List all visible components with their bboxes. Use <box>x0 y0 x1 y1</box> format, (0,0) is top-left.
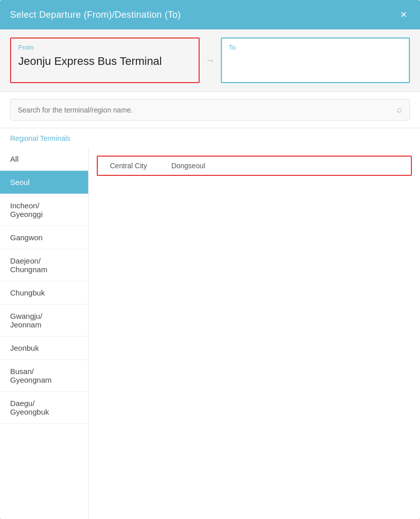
regional-terminals-label: Regional Terminals <box>10 134 410 142</box>
region-item-seoul[interactable]: Seoul <box>0 171 88 194</box>
modal-title: Select Departure (From)/Destination (To) <box>10 10 181 20</box>
search-box: ⌕ <box>10 99 410 121</box>
from-box[interactable]: From Jeonju Express Bus Terminal <box>10 38 200 83</box>
arrow-icon: → <box>206 55 215 66</box>
region-item-jeonbuk[interactable]: Jeonbuk <box>0 337 88 360</box>
search-input[interactable] <box>18 106 397 114</box>
region-item-daejeon-chungnam[interactable]: Daejeon/Chungnam <box>0 249 88 281</box>
to-label: To <box>229 44 402 51</box>
region-item-all[interactable]: All <box>0 147 88 171</box>
region-list: All Seoul Incheon/Gyeonggi Gangwon Daeje… <box>0 147 89 519</box>
from-label: From <box>18 44 192 51</box>
terminal-item-dongseoul[interactable]: Dongseoul <box>159 157 217 175</box>
from-to-section: From Jeonju Express Bus Terminal → To <box>0 29 420 92</box>
region-item-gangwon[interactable]: Gangwon <box>0 226 88 249</box>
to-box[interactable]: To <box>221 38 410 83</box>
from-value: Jeonju Express Bus Terminal <box>18 54 192 69</box>
region-item-chungbuk[interactable]: Chungbuk <box>0 281 88 305</box>
region-item-daegu-gyeongbuk[interactable]: Daegu/Gyeongbuk <box>0 392 88 424</box>
content-area: All Seoul Incheon/Gyeonggi Gangwon Daeje… <box>0 147 420 519</box>
regional-section: Regional Terminals <box>0 128 420 147</box>
region-item-busan-gyeongnam[interactable]: Busan/Gyeongnam <box>0 360 88 392</box>
close-button[interactable]: × <box>397 8 410 21</box>
search-section: ⌕ <box>0 92 420 128</box>
region-item-gwangju-jeonnam[interactable]: Gwangju/Jeonnam <box>0 305 88 337</box>
modal-header: Select Departure (From)/Destination (To)… <box>0 0 420 29</box>
modal-container: Select Departure (From)/Destination (To)… <box>0 0 420 519</box>
seoul-terminals-box: Central City Dongseoul <box>97 156 412 176</box>
terminal-area: Central City Dongseoul <box>89 147 420 519</box>
search-icon: ⌕ <box>397 104 402 115</box>
region-item-incheon-gyeonggi[interactable]: Incheon/Gyeonggi <box>0 194 88 226</box>
terminal-item-central-city[interactable]: Central City <box>98 157 159 175</box>
